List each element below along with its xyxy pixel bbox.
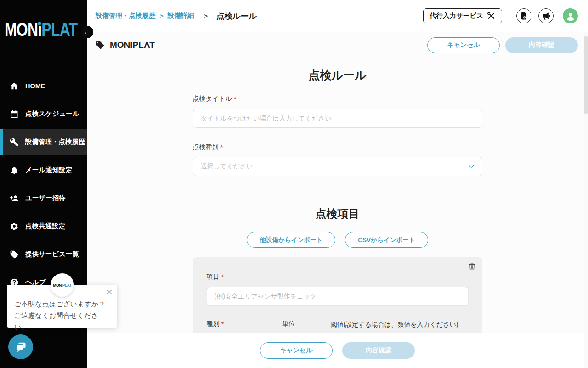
footer-bar: キャンセル 内容確認: [87, 333, 588, 368]
inspection-type-select[interactable]: 選択してください: [193, 157, 482, 176]
chevron-down-icon: [467, 162, 475, 171]
sidebar-item-equipment-management[interactable]: 設備管理・点検履歴: [0, 129, 87, 155]
sidebar-item-label: ユーザー招待: [25, 194, 66, 202]
scrollbar-track: [584, 32, 588, 368]
sidebar-item-services-list[interactable]: 提供サービス一覧: [0, 241, 87, 267]
main-content: MONiPLAT キャンセル 内容確認 点検ルール 点検タイトル★ 点検種別★ …: [87, 32, 588, 368]
inspection-items-heading: 点検項目: [193, 207, 482, 221]
page-head: MONiPLAT キャンセル 内容確認: [87, 32, 588, 58]
label-tag-icon: [96, 40, 105, 50]
breadcrumb: 設備管理・点検履歴 > 設備詳細 > 点検ルール: [96, 11, 423, 22]
sidebar-item-inspection-schedule[interactable]: 点検スケジュール: [0, 101, 87, 127]
sidebar-item-label: 点検スケジュール: [25, 109, 79, 118]
inspection-title-input[interactable]: [193, 109, 482, 128]
crossed-tools-icon: [487, 12, 496, 20]
user-avatar[interactable]: [563, 8, 578, 23]
chat-launcher-button[interactable]: [8, 334, 33, 359]
entity-label: MONiPLAT: [110, 40, 155, 50]
kind-label: 種別★: [207, 320, 283, 329]
inspection-title-label: 点検タイトル★: [193, 95, 482, 103]
required-mark: ★: [220, 144, 224, 149]
breadcrumb-equipment-management[interactable]: 設備管理・点検履歴: [96, 12, 156, 20]
chat-bubbles-icon: [14, 340, 27, 353]
sidebar-item-inspection-common-settings[interactable]: 点検共通設定: [0, 213, 87, 239]
gear-icon: [10, 222, 19, 231]
required-mark: ★: [233, 96, 237, 100]
item-name-input[interactable]: [207, 287, 469, 306]
logo-mon: MON: [5, 19, 38, 40]
announcements-button[interactable]: [538, 8, 554, 23]
breadcrumb-separator: >: [204, 12, 208, 20]
topbar-actions: 代行入力サービス: [423, 8, 578, 23]
required-mark: ★: [221, 274, 225, 278]
megaphone-icon: [542, 12, 550, 20]
confirm-button-top[interactable]: 内容確認: [505, 37, 578, 53]
import-from-csv-button[interactable]: CSVからインポート: [345, 232, 428, 248]
breadcrumb-separator: >: [160, 12, 164, 20]
inspection-rule-form: 点検ルール 点検タイトル★ 点検種別★ 選択してください 点検項目 他設備からイ…: [193, 68, 482, 354]
report-check-button[interactable]: [516, 8, 531, 23]
delete-item-button[interactable]: [467, 262, 477, 273]
confirm-button-bottom[interactable]: 内容確認: [342, 342, 415, 359]
proxy-input-service-button[interactable]: 代行入力サービス: [423, 8, 502, 23]
threshold-label: 閾値(設定する場合は、数値を入力ください): [331, 320, 469, 329]
document-check-icon: [520, 12, 528, 20]
logo-plat: PLAT: [41, 19, 77, 40]
sidebar-nav: HOME 点検スケジュール 設備管理・点検履歴 メール通知設定 ユーザー招待 点…: [0, 73, 87, 297]
item-card-columns: 種別★ 単位 閾値(設定する場合は、数値を入力ください): [207, 320, 469, 329]
proxy-button-label: 代行入力サービス: [430, 12, 483, 20]
head-buttons: キャンセル 内容確認: [427, 37, 578, 53]
cancel-button-top[interactable]: キャンセル: [427, 37, 500, 53]
unit-label: 単位: [283, 320, 331, 329]
sidebar-item-label: 設備管理・点検履歴: [25, 138, 85, 146]
sidebar-item-label: 提供サービス一覧: [25, 250, 79, 259]
sidebar-item-user-invite[interactable]: ユーザー招待: [0, 185, 87, 211]
services-tag-icon: [10, 250, 19, 259]
person-icon: [565, 10, 577, 22]
breadcrumb-equipment-detail[interactable]: 設備詳細: [168, 12, 194, 20]
scrollbar-thumb[interactable]: [584, 36, 588, 114]
sidebar-item-home[interactable]: HOME: [0, 73, 87, 99]
user-add-icon: [10, 194, 19, 203]
sidebar-item-label: HOME: [25, 82, 45, 90]
trash-icon: [467, 262, 477, 271]
select-placeholder: 選択してください: [201, 162, 253, 171]
entity: MONiPLAT: [96, 40, 155, 50]
calendar-icon: [10, 109, 19, 119]
collapse-arrow-icon: ←: [84, 28, 90, 35]
logo-i: ı: [38, 19, 41, 40]
bell-icon: [10, 166, 19, 175]
moniplat-logo[interactable]: MONıPLAT: [5, 19, 77, 40]
sidebar-collapse-button[interactable]: ←: [81, 26, 93, 38]
moniplat-mini-logo: MONiPLAT: [53, 282, 71, 288]
inspection-type-label: 点検種別★: [193, 143, 482, 151]
cancel-button-bottom[interactable]: キャンセル: [260, 342, 333, 359]
item-label: 項目★: [207, 273, 469, 281]
import-buttons: 他設備からインポート CSVからインポート: [193, 232, 482, 248]
required-mark: ★: [221, 321, 225, 325]
sidebar-item-label: 点検共通設定: [25, 222, 65, 230]
breadcrumb-current-page: 点検ルール: [216, 11, 257, 22]
wrench-icon: [10, 138, 19, 147]
sidebar-item-mail-notification[interactable]: メール通知設定: [0, 157, 87, 183]
import-from-equipment-button[interactable]: 他設備からインポート: [247, 232, 335, 248]
close-icon[interactable]: ×: [106, 286, 113, 299]
chat-message: ご不明な点はございますか？ご遠慮なくお問合せください。: [14, 299, 110, 333]
sidebar-item-label: メール通知設定: [25, 166, 72, 174]
chat-brand-avatar: MONiPLAT: [51, 273, 74, 297]
home-icon: [10, 81, 19, 91]
page-title: 点検ルール: [193, 68, 482, 83]
topbar: 設備管理・点検履歴 > 設備詳細 > 点検ルール 代行入力サービス: [87, 0, 588, 32]
